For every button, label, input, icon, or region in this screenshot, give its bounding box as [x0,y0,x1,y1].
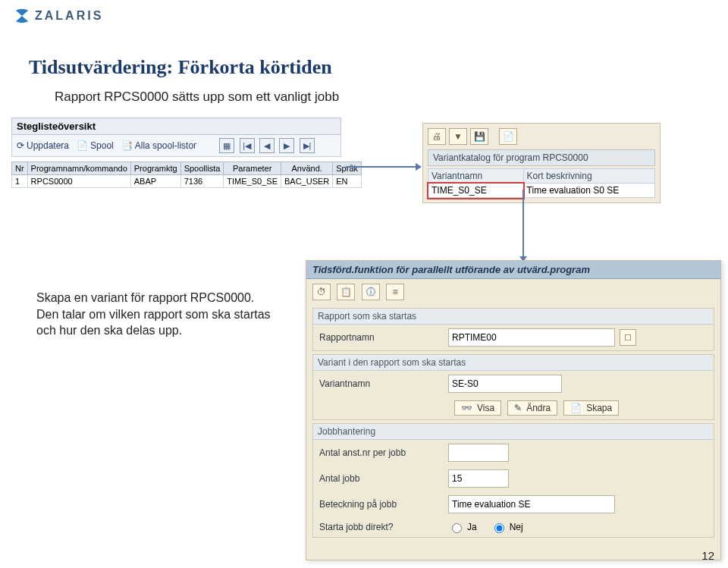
stegliste-caption: Steglisteöversikt [11,118,341,135]
spool-button[interactable]: 📄 Spool [77,140,114,151]
arrow-down-icon [516,190,531,262]
group-title: Variant i den rapport som ska startas [313,355,714,371]
group-title: Jobbhantering [313,424,714,440]
arrow-icon [346,159,422,174]
copy-icon[interactable]: 📋 [337,284,355,300]
rapportnamn-label: Rapportnamn [319,332,448,343]
print-icon[interactable]: 🖨 [428,128,446,145]
radio-nej[interactable]: Nej [491,521,523,533]
variant-header: Variantkatalog för program RPCS0000 [428,149,655,166]
pencil-icon: ✎ [514,403,522,413]
col-variantnamn: Variantnamn [428,169,524,184]
antal-jobb-input[interactable] [448,469,509,488]
panel-toolbar: ⏱ 📋 ⓘ ≡ [306,279,720,305]
display-icon[interactable]: 📄 [499,128,517,145]
andra-button[interactable]: ✎Ändra [507,400,557,416]
svg-marker-1 [416,163,422,171]
antal-anst-label: Antal anst.nr per jobb [319,447,448,458]
rapportnamn-input[interactable] [448,328,615,347]
first-icon[interactable]: |◀ [240,138,255,153]
variant-panel: 🖨 ▼ 💾 📄 Variantkatalog för program RPCS0… [422,123,661,203]
col-ktg: Programktg [130,162,180,175]
table-row[interactable]: 1 RPCS0000 ABAP 7136 TIME_S0_SE BAC_USER… [12,175,362,188]
page-title: Tidsutvärdering: Förkorta körtiden [29,56,332,79]
group-variant: Variant i den rapport som ska startas Va… [312,354,714,420]
variantnamn-label: Variantnamn [319,378,448,389]
col-nr: Nr [12,162,28,175]
starta-label: Starta jobb direkt? [319,522,448,532]
alla-spool-button[interactable]: 📑 Alla spool-listor [121,140,196,151]
save-icon[interactable]: 💾 [470,128,488,145]
group-jobbhantering: Jobbhantering Antal anst.nr per jobb Ant… [312,423,714,538]
beteckning-input[interactable] [448,495,615,513]
col-program: Programnamn/kommando [27,162,130,175]
col-anvand: Använd. [281,162,332,175]
group-title: Rapport som ska startas [313,309,714,325]
execute-icon[interactable]: ⏱ [312,284,331,300]
radio-ja[interactable]: Ja [448,521,477,533]
info-icon[interactable]: ⓘ [362,284,380,300]
tidsford-panel: Tidsförd.funktion för parallellt utföran… [306,260,721,560]
panel-title: Tidsförd.funktion för parallellt utföran… [306,261,720,279]
page-number: 12 [701,549,714,562]
skapa-button[interactable]: 📄Skapa [563,400,619,416]
brand-logo: ZALARIS [14,8,103,24]
col-spool: Spoollista [180,162,224,175]
uppdatera-button[interactable]: ⟳ Uppdatera [17,140,69,151]
stegliste-panel: Steglisteöversikt ⟳ Uppdatera 📄 Spool 📑 … [11,118,341,215]
page-subtitle: Rapport RPCS0000 sätts upp som ett vanli… [55,89,339,105]
document-icon: 📄 [570,403,582,413]
variant-row[interactable]: TIME_S0_SE Time evaluation S0 SE [428,184,655,198]
group-rapport: Rapport som ska startas Rapportnamn ☐ [312,308,714,351]
last-icon[interactable]: ▶| [300,138,315,153]
beteckning-label: Beteckning på jobb [319,499,448,510]
list-icon[interactable]: ≡ [386,284,404,300]
brand-text: ZALARIS [35,10,103,22]
visa-button[interactable]: 👓Visa [454,400,501,416]
description-text: Skapa en variant för rapport RPCS0000. D… [36,290,287,339]
stegliste-table: Nr Programnamn/kommando Programktg Spool… [11,162,362,188]
antal-jobb-label: Antal jobb [319,473,448,484]
variantnamn-input[interactable] [448,375,562,393]
glasses-icon: 👓 [461,403,472,413]
col-param: Parameter [224,162,281,175]
stegliste-toolbar: ⟳ Uppdatera 📄 Spool 📑 Alla spool-listor … [11,135,341,157]
antal-anst-input[interactable] [448,444,509,462]
prev-icon[interactable]: ◀ [259,138,275,153]
search-help-icon[interactable]: ☐ [620,329,636,346]
filter-icon[interactable]: ▼ [449,128,467,145]
grid-icon[interactable]: ▦ [219,138,234,153]
col-kortbeskr: Kort beskrivning [523,169,654,184]
next-icon[interactable]: ▶ [279,138,294,153]
